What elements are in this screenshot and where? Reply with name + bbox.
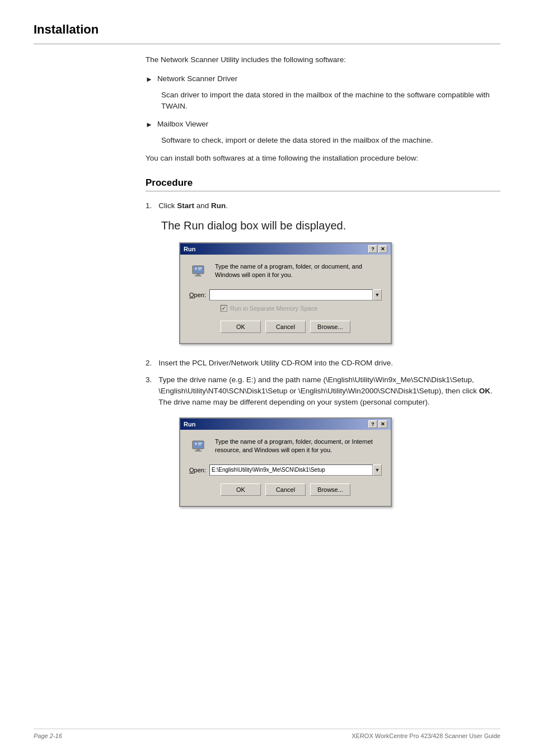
close-button-2[interactable]: ✕ <box>378 420 387 428</box>
run-dialog-1-checkbox[interactable]: ✓ <box>221 305 227 312</box>
run-dialog-2-desc: Type the name of a program, folder, docu… <box>215 438 382 455</box>
svg-rect-6 <box>198 269 201 270</box>
bullet-label-2: Mailbox Viewer <box>157 119 208 130</box>
run-dialog-2-title: Run <box>184 421 195 428</box>
step-2-number: 2. <box>146 358 152 369</box>
run-dialog-2-open-label: Open: <box>189 467 206 473</box>
run-dialog-2-row: Type the name of a program, folder, docu… <box>189 438 382 458</box>
run-dialog-1-ok[interactable]: OK <box>221 321 261 333</box>
help-button-2[interactable]: ? <box>368 420 377 428</box>
computer-svg-2 <box>190 439 208 457</box>
run-dialog-2-container: Run ? ✕ <box>179 417 500 507</box>
step-3: 3. Type the drive name (e.g. E:) and the… <box>146 374 500 408</box>
run-dialog-1-body: Type the name of a program, folder, or d… <box>180 255 391 343</box>
step-2: 2. Insert the PCL Driver/Network Utility… <box>146 358 500 369</box>
run-dialog-1-title: Run <box>184 246 195 252</box>
run-dialog-1-input[interactable] <box>209 289 373 300</box>
run-dialog-2-cancel[interactable]: Cancel <box>265 483 306 496</box>
page-container: Installation The Network Scanner Utility… <box>0 0 534 756</box>
section-divider <box>146 191 500 191</box>
run-dialog-1-dropdown[interactable]: ▼ <box>373 289 382 300</box>
svg-rect-4 <box>195 267 197 270</box>
titlebar-buttons-2: ? ✕ <box>368 420 387 428</box>
run-dialog-1: Run ? ✕ <box>179 242 392 344</box>
run-dialog-1-field-row: Open: ▼ <box>189 289 382 300</box>
run-dialog-1-desc: Type the name of a program, folder, or d… <box>215 262 382 280</box>
run-dialog-1-checkbox-row: ✓ Run in Separate Memory Space <box>221 305 382 312</box>
computer-svg-1 <box>190 264 208 281</box>
run-dialog-1-buttons: OK Cancel Browse... <box>189 317 382 337</box>
page-title: Installation <box>34 22 99 37</box>
run-icon-1 <box>189 262 209 283</box>
svg-rect-10 <box>195 450 202 452</box>
svg-rect-3 <box>195 275 202 276</box>
run-dialog-2-buttons: OK Cancel Browse... <box>189 480 382 500</box>
header-divider <box>34 44 500 44</box>
bullet-label-1: Network Scanner Driver <box>157 73 237 84</box>
step-1-number: 1. <box>146 200 152 212</box>
run-dialog-2-titlebar: Run ? ✕ <box>180 419 391 430</box>
svg-rect-13 <box>198 444 201 445</box>
procedure-title: Procedure <box>146 177 500 189</box>
page-footer: Page 2-16 XEROX WorkCentre Pro 423/428 S… <box>34 729 500 739</box>
bullet-description-2: Software to check, import or delete the … <box>161 135 500 146</box>
run-icon-2 <box>189 438 209 458</box>
run-dialog-2-dropdown[interactable]: ▼ <box>373 464 382 476</box>
svg-rect-2 <box>196 274 200 275</box>
run-dialog-2-input[interactable] <box>209 464 373 476</box>
run-dialog-1-checkbox-label: Run in Separate Memory Space <box>230 305 318 312</box>
step-1-subtitle: The Run dialog box will be displayed. <box>161 218 500 233</box>
svg-rect-9 <box>196 449 200 450</box>
svg-rect-5 <box>198 267 202 269</box>
bullet-description-1: Scan driver to import the data stored in… <box>161 90 500 112</box>
run-dialog-1-open-label: Open: <box>189 292 206 298</box>
bullet-arrow-1: ► <box>146 74 153 85</box>
run-dialog-1-container: Run ? ✕ <box>179 242 500 344</box>
step-1-text: Click Start and Run. <box>158 200 228 212</box>
step-3-number: 3. <box>146 374 152 386</box>
step-3-text: Type the drive name (e.g. E:) and the pa… <box>158 374 500 408</box>
run-dialog-1-row: Type the name of a program, folder, or d… <box>189 262 382 283</box>
bullet-item-2: ► Mailbox Viewer <box>146 119 500 130</box>
close-button-1[interactable]: ✕ <box>378 245 387 253</box>
run-dialog-2-body: Type the name of a program, folder, docu… <box>180 430 391 506</box>
step-2-text: Insert the PCL Driver/Network Utility CD… <box>158 358 393 369</box>
titlebar-buttons-1: ? ✕ <box>368 245 387 253</box>
run-dialog-1-titlebar: Run ? ✕ <box>180 243 391 255</box>
page-header: Installation <box>34 22 500 39</box>
footer-doc-title: XEROX WorkCentre Pro 423/428 Scanner Use… <box>352 732 500 739</box>
svg-rect-12 <box>198 443 202 444</box>
bullet-arrow-2: ► <box>146 119 153 130</box>
svg-rect-11 <box>195 443 197 445</box>
run-dialog-1-browse[interactable]: Browse... <box>310 321 350 333</box>
install-note: You can install both softwares at a time… <box>146 153 500 164</box>
run-dialog-2: Run ? ✕ <box>179 417 392 507</box>
bullet-item-1: ► Network Scanner Driver <box>146 73 500 85</box>
run-dialog-2-ok[interactable]: OK <box>221 483 261 496</box>
step-1: 1. Click Start and Run. <box>146 200 500 212</box>
run-dialog-2-field-row: Open: ▼ <box>189 464 382 476</box>
content-area: The Network Scanner Utility includes the… <box>146 54 500 507</box>
run-dialog-1-cancel[interactable]: Cancel <box>265 321 306 333</box>
run-dialog-2-browse[interactable]: Browse... <box>310 483 350 496</box>
intro-text: The Network Scanner Utility includes the… <box>146 54 500 65</box>
help-button-1[interactable]: ? <box>368 245 377 253</box>
footer-page-number: Page 2-16 <box>34 732 62 739</box>
